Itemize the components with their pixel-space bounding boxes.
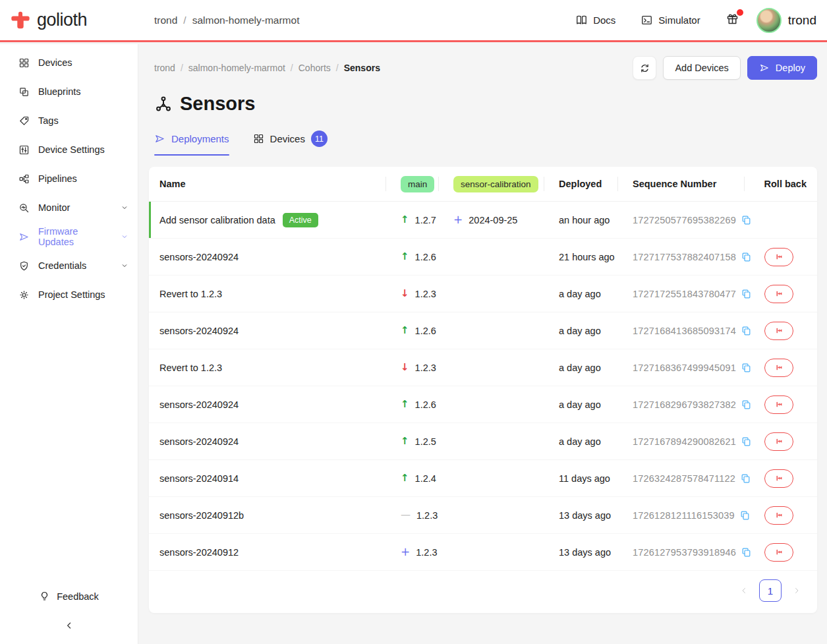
copy-icon[interactable] xyxy=(741,546,752,558)
sidebar-item-pipelines[interactable]: Pipelines xyxy=(0,164,138,193)
refresh-button[interactable] xyxy=(633,56,656,80)
deployment-name[interactable]: Revert to 1.2.3 xyxy=(159,289,222,299)
add-devices-button[interactable]: Add Devices xyxy=(663,56,740,80)
deployment-name[interactable]: sensors-20240912 xyxy=(159,547,239,558)
pagination-page-1[interactable]: 1 xyxy=(759,579,782,602)
deployment-name[interactable]: sensors-20240924 xyxy=(159,252,239,262)
breadcrumb-current: Sensors xyxy=(344,63,380,73)
rollback-button[interactable] xyxy=(764,248,793,266)
deployment-name-cell: sensors-20240924 xyxy=(159,436,393,447)
deployment-name[interactable]: sensors-20240914 xyxy=(159,473,239,484)
breadcrumb-cohort[interactable]: salmon-homely-marmot xyxy=(188,63,285,73)
table-row[interactable]: Add sensor calibration data Active ↑ 1.2… xyxy=(149,202,817,239)
sidebar-item-devices[interactable]: Devices xyxy=(0,48,138,77)
sidebar-item-project-settings[interactable]: Project Settings xyxy=(0,280,138,309)
version-text: 1.2.3 xyxy=(415,363,436,373)
page-title: Sensors xyxy=(180,93,255,115)
deployed-cell: a day ago xyxy=(551,363,625,373)
pagination-next-icon[interactable] xyxy=(792,586,801,595)
header-breadcrumb-cohort[interactable]: salmon-homely-marmot xyxy=(192,15,300,26)
column-deployed: Deployed xyxy=(551,167,625,201)
copy-icon[interactable] xyxy=(741,214,752,225)
header-breadcrumb-project[interactable]: trond xyxy=(154,15,177,26)
version-text: 1.2.6 xyxy=(415,326,436,336)
rollback-icon xyxy=(774,326,784,336)
table-row[interactable]: sensors-20240924 ↑ 1.2.5 a day ago 17271… xyxy=(149,423,817,460)
rollback-button[interactable] xyxy=(764,469,793,488)
rollback-button[interactable] xyxy=(764,322,793,340)
sliders-icon xyxy=(18,144,30,156)
sidebar-item-label: Firmware Updates xyxy=(38,226,112,247)
rollback-button[interactable] xyxy=(764,285,793,303)
rollback-cell xyxy=(751,469,807,488)
deployment-name[interactable]: Add sensor calibration data xyxy=(159,215,275,225)
table-row[interactable]: Revert to 1.2.3 ↓ 1.2.3 a day ago 172717… xyxy=(149,276,817,312)
sidebar-item-firmware-updates[interactable]: Firmware Updates xyxy=(0,222,138,251)
rollback-icon xyxy=(774,547,784,557)
deployed-cell: 11 days ago xyxy=(551,473,625,484)
column-roll-back: Roll back xyxy=(751,167,807,201)
column-main: main xyxy=(393,167,445,201)
table-row[interactable]: Revert to 1.2.3 ↓ 1.2.3 a day ago 172716… xyxy=(149,349,817,386)
up-change-icon: ↑ xyxy=(401,436,409,446)
copy-icon[interactable] xyxy=(741,325,752,336)
sidebar-item-label: Project Settings xyxy=(38,289,105,300)
copy-icon[interactable] xyxy=(741,436,752,447)
deployment-name[interactable]: sensors-20240924 xyxy=(159,326,239,336)
tab-devices[interactable]: Devices 11 xyxy=(253,131,328,156)
user-name[interactable]: trond xyxy=(788,13,816,28)
copy-icon[interactable] xyxy=(739,510,751,521)
sidebar-item-monitor[interactable]: Monitor xyxy=(0,193,138,222)
deployment-name[interactable]: Revert to 1.2.3 xyxy=(159,363,222,373)
table-row[interactable]: sensors-20240914 ↑ 1.2.4 11 days ago 172… xyxy=(149,460,817,497)
whats-new-button[interactable] xyxy=(726,12,739,28)
breadcrumb-project[interactable]: trond xyxy=(154,63,175,73)
rollback-button[interactable] xyxy=(764,543,793,562)
gear-icon xyxy=(18,289,30,301)
rollback-button[interactable] xyxy=(764,506,793,525)
rollback-button[interactable] xyxy=(764,359,793,377)
tab-deployments-label: Deployments xyxy=(171,133,229,144)
copy-icon[interactable] xyxy=(741,251,752,262)
deploy-button[interactable]: Deploy xyxy=(747,56,817,80)
simulator-link[interactable]: Simulator xyxy=(641,14,700,26)
terminal-icon xyxy=(641,14,653,26)
deployment-name[interactable]: sensors-20240924 xyxy=(159,399,239,410)
golioth-logo[interactable]: golioth xyxy=(0,10,138,31)
breadcrumb-cohorts[interactable]: Cohorts xyxy=(299,63,331,73)
deployment-name[interactable]: sensors-20240924 xyxy=(159,436,239,447)
rollback-button[interactable] xyxy=(764,395,793,414)
sidebar-item-device-settings[interactable]: Device Settings xyxy=(0,135,138,164)
table-row[interactable]: sensors-20240924 ↑ 1.2.6 21 hours ago 17… xyxy=(149,239,817,276)
column-sensor-calibration: sensor-calibration xyxy=(445,167,551,201)
copy-icon[interactable] xyxy=(741,288,752,299)
copy-icon[interactable] xyxy=(740,473,751,484)
up-change-icon: ↑ xyxy=(401,215,409,225)
sidebar-item-credentials[interactable]: Credentials xyxy=(0,251,138,280)
sidebar-collapse-button[interactable] xyxy=(64,620,74,631)
docs-link[interactable]: Docs xyxy=(575,14,615,26)
table-row[interactable]: sensors-20240912 + 1.2.3 13 days ago 172… xyxy=(149,534,817,571)
sequence-cell: 1727172551843780477 xyxy=(625,288,751,299)
top-bar: golioth trond / salmon-homely-marmot Doc… xyxy=(0,0,827,42)
deployment-name[interactable]: sensors-20240912b xyxy=(159,510,244,521)
pagination-prev-icon[interactable] xyxy=(739,586,749,595)
table-row[interactable]: sensors-20240912b — 1.2.3 13 days ago 17… xyxy=(149,497,817,534)
main-version-cell: ↑ 1.2.6 xyxy=(393,399,445,410)
deployed-cell: 21 hours ago xyxy=(551,252,625,262)
table-row[interactable]: sensors-20240924 ↑ 1.2.6 a day ago 17271… xyxy=(149,386,817,423)
copy-icon[interactable] xyxy=(741,399,752,410)
feedback-button[interactable]: Feedback xyxy=(39,591,99,602)
avatar[interactable] xyxy=(756,8,782,33)
sidebar-item-blueprints[interactable]: Blueprints xyxy=(0,77,138,106)
up-change-icon: ↑ xyxy=(401,326,409,336)
sidebar-item-tags[interactable]: Tags xyxy=(0,106,138,135)
cohort-icon xyxy=(154,95,173,113)
table-body: Add sensor calibration data Active ↑ 1.2… xyxy=(149,202,817,571)
copy-icon[interactable] xyxy=(741,362,752,373)
tab-deployments[interactable]: Deployments xyxy=(154,131,229,156)
lightbulb-icon xyxy=(39,591,50,602)
tag-icon xyxy=(18,115,30,127)
rollback-button[interactable] xyxy=(764,432,793,451)
table-row[interactable]: sensors-20240924 ↑ 1.2.6 a day ago 17271… xyxy=(149,312,817,349)
